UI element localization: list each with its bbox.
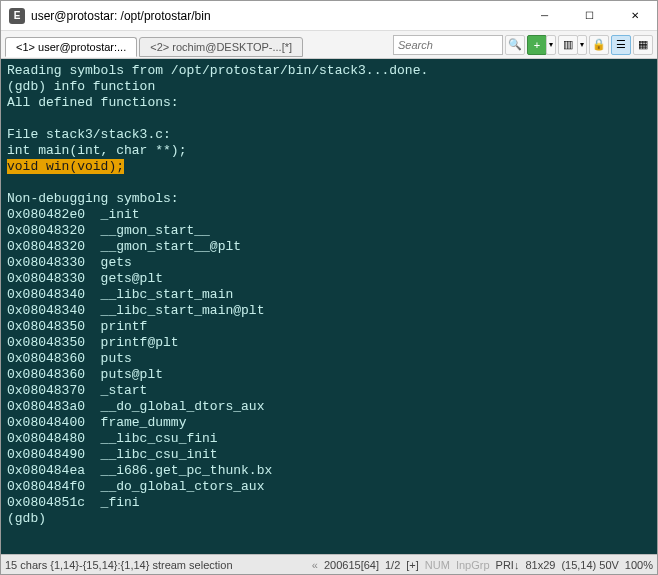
toolbar: <1> user@protostar:... <2> rochim@DESKTO… — [1, 31, 657, 59]
status-dims: 81x29 — [525, 559, 555, 571]
status-pri: PRI↓ — [496, 559, 520, 571]
minimize-button[interactable]: ─ — [522, 1, 567, 31]
add-dropdown[interactable]: ▾ — [546, 35, 556, 55]
view-list-icon[interactable]: ☰ — [611, 35, 631, 55]
add-button[interactable]: + — [527, 35, 547, 55]
search-input[interactable] — [393, 35, 503, 55]
view-grid-icon[interactable]: ▦ — [633, 35, 653, 55]
status-modified: [+] — [406, 559, 419, 571]
tab-1[interactable]: <1> user@protostar:... — [5, 37, 137, 57]
window-controls: ─ ☐ ✕ — [522, 1, 657, 31]
app-icon: E — [9, 8, 25, 24]
status-page: 1/2 — [385, 559, 400, 571]
search-go-icon[interactable]: 🔍 — [505, 35, 525, 55]
status-zoom: 100% — [625, 559, 653, 571]
tab-2[interactable]: <2> rochim@DESKTOP-...[*] — [139, 37, 303, 57]
status-inpgrp: InpGrp — [456, 559, 490, 571]
status-docsize: 200615[64] — [324, 559, 379, 571]
status-selection: 15 chars {1,14}-{15,14}:{1,14} stream se… — [5, 559, 233, 571]
layout-button[interactable]: ▥ — [558, 35, 578, 55]
close-button[interactable]: ✕ — [612, 1, 657, 31]
terminal-text-after: Non-debugging symbols: 0x080482e0 _init … — [7, 191, 272, 526]
terminal-output[interactable]: Reading symbols from /opt/protostar/bin/… — [1, 59, 657, 554]
status-num: NUM — [425, 559, 450, 571]
status-bar: 15 chars {1,14}-{15,14}:{1,14} stream se… — [1, 554, 657, 574]
layout-dropdown[interactable]: ▾ — [577, 35, 587, 55]
maximize-button[interactable]: ☐ — [567, 1, 612, 31]
terminal-text-before: Reading symbols from /opt/protostar/bin/… — [7, 63, 428, 158]
highlighted-text: void win(void); — [7, 159, 124, 174]
window-title: user@protostar: /opt/protostar/bin — [31, 9, 522, 23]
window-titlebar: E user@protostar: /opt/protostar/bin ─ ☐… — [1, 1, 657, 31]
status-cursor: (15,14) 50V — [561, 559, 618, 571]
lock-icon[interactable]: 🔒 — [589, 35, 609, 55]
